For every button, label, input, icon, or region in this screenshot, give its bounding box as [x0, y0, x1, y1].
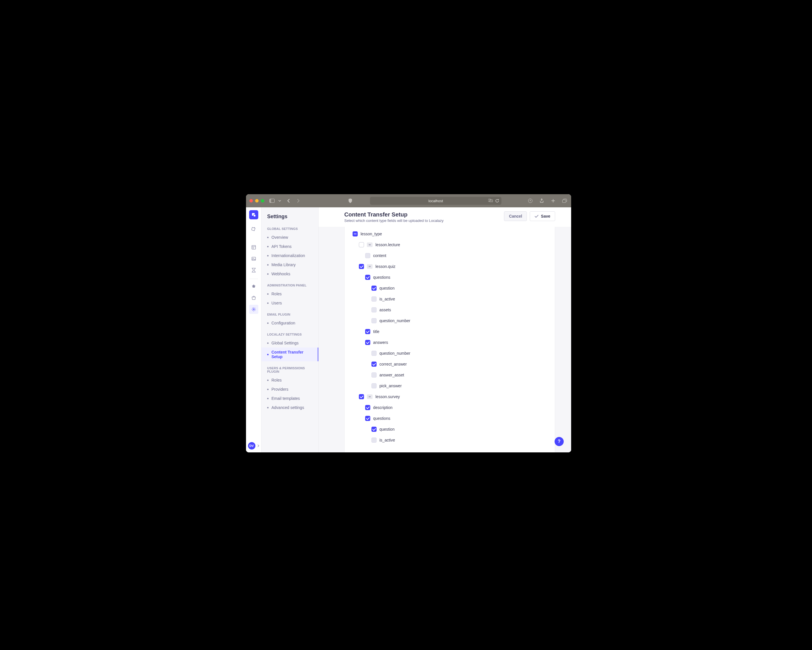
- checkbox[interactable]: [359, 264, 364, 269]
- sidebar-item[interactable]: Configuration: [261, 318, 318, 327]
- sidebar-item[interactable]: Overview: [261, 233, 318, 242]
- content-scroll[interactable]: lesson_type∞lesson.lecturecontent∞lesson…: [319, 227, 571, 452]
- media-library-icon[interactable]: [249, 254, 258, 263]
- sidebar-item[interactable]: Email templates: [261, 394, 318, 403]
- reload-icon[interactable]: [495, 199, 499, 203]
- sidebar-item[interactable]: Advanced settings: [261, 403, 318, 412]
- localazy-icon[interactable]: [249, 266, 258, 275]
- tree-row-label: content: [373, 253, 386, 258]
- sidebar-item[interactable]: Roles: [261, 289, 318, 298]
- marketplace-icon[interactable]: [249, 293, 258, 303]
- sidebar-item-label: Roles: [272, 292, 282, 296]
- checkbox[interactable]: [371, 362, 377, 367]
- checkbox[interactable]: [359, 394, 364, 399]
- checkbox[interactable]: [365, 416, 370, 421]
- sidebar-toggle-icon[interactable]: [269, 198, 275, 204]
- component-link-icon: ∞: [367, 394, 372, 399]
- tree-row-label: assets: [379, 307, 391, 312]
- checkbox: [371, 297, 377, 301]
- sidebar-title: Settings: [261, 213, 318, 222]
- page-subtitle: Select which content type fields will be…: [344, 218, 444, 223]
- tree-row-label: title: [373, 329, 379, 334]
- share-icon[interactable]: [539, 198, 545, 204]
- cancel-button[interactable]: Cancel: [504, 212, 527, 221]
- checkbox[interactable]: [371, 286, 377, 291]
- checkbox: [371, 437, 377, 443]
- browser-window: localhost 文A: [246, 194, 571, 452]
- tabs-icon[interactable]: [562, 198, 568, 204]
- checkbox: [371, 372, 377, 378]
- tree-row: question_number: [353, 315, 547, 326]
- sidebar-item-label: API Tokens: [272, 244, 292, 249]
- tree-row: pick_answer: [353, 381, 547, 391]
- bullet-icon: [267, 255, 269, 256]
- translate-icon[interactable]: 文A: [488, 199, 493, 203]
- content-icon[interactable]: [249, 224, 258, 234]
- tree-row-label: answer_asset: [379, 373, 404, 377]
- tree-row: question: [353, 283, 547, 294]
- sidebar-item[interactable]: API Tokens: [261, 242, 318, 251]
- sidebar-item[interactable]: Providers: [261, 385, 318, 394]
- back-button[interactable]: [285, 198, 292, 204]
- main-content: Content Transfer Setup Select which cont…: [319, 207, 571, 452]
- sidebar-item[interactable]: Internationalization: [261, 251, 318, 260]
- save-button[interactable]: Save: [530, 212, 555, 221]
- url-text: localhost: [428, 199, 443, 203]
- sidebar-section-header: EMAIL PLUGIN: [261, 307, 318, 318]
- user-avatar[interactable]: DV: [248, 442, 255, 449]
- nav-rail: DV: [246, 207, 261, 452]
- chevron-down-icon[interactable]: [278, 198, 281, 204]
- maximize-window-button[interactable]: [261, 199, 264, 202]
- help-button[interactable]: ?: [554, 437, 564, 446]
- sidebar-item[interactable]: Content Transfer Setup: [261, 347, 318, 361]
- content-type-builder-icon[interactable]: [249, 243, 258, 252]
- bullet-icon: [267, 398, 269, 399]
- settings-icon[interactable]: [249, 305, 258, 314]
- checkbox[interactable]: [365, 275, 370, 280]
- plugins-icon[interactable]: [249, 282, 258, 291]
- check-icon: [534, 215, 539, 218]
- new-tab-icon[interactable]: [550, 198, 556, 204]
- checkbox[interactable]: [359, 242, 364, 247]
- checkbox[interactable]: [371, 427, 377, 432]
- downloads-icon[interactable]: [527, 198, 533, 204]
- svg-rect-1: [270, 199, 271, 202]
- tree-row: is_active: [353, 294, 547, 304]
- tree-row: lesson_type: [353, 228, 547, 239]
- checkbox: [371, 351, 377, 356]
- sidebar-item[interactable]: Global Settings: [261, 338, 318, 347]
- sidebar-item-label: Overview: [272, 235, 288, 240]
- bullet-icon: [267, 323, 269, 324]
- tree-row: content: [353, 250, 547, 261]
- tree-row-label: answers: [373, 340, 388, 345]
- tree-row: title: [353, 326, 547, 337]
- checkbox[interactable]: [353, 231, 358, 236]
- sidebar-section-header: LOCALAZY SETTINGS: [261, 327, 318, 338]
- tree-row-label: questions: [373, 275, 390, 280]
- strapi-logo[interactable]: [249, 210, 258, 219]
- checkbox[interactable]: [365, 329, 370, 334]
- tree-row-label: lesson.quiz: [375, 264, 395, 269]
- sidebar-section-header: ADMINISTRATION PANEL: [261, 279, 318, 289]
- minimize-window-button[interactable]: [255, 199, 259, 202]
- checkbox[interactable]: [365, 405, 370, 410]
- forward-button[interactable]: [295, 198, 301, 204]
- chevron-right-icon[interactable]: [257, 444, 259, 447]
- bullet-icon: [267, 264, 269, 266]
- close-window-button[interactable]: [249, 199, 253, 202]
- sidebar-item-label: Email templates: [272, 396, 300, 401]
- tree-row: is_active: [353, 435, 547, 446]
- shield-icon[interactable]: [347, 198, 353, 204]
- sidebar-item[interactable]: Users: [261, 298, 318, 307]
- component-link-icon: ∞: [367, 242, 372, 247]
- address-bar[interactable]: localhost 文A: [370, 197, 501, 205]
- sidebar-item-label: Media Library: [272, 262, 296, 267]
- page-header: Content Transfer Setup Select which cont…: [319, 207, 571, 227]
- sidebar-item[interactable]: Media Library: [261, 260, 318, 269]
- sidebar-item[interactable]: Webhooks: [261, 269, 318, 279]
- checkbox[interactable]: [365, 340, 370, 345]
- sidebar-section-header: USERS & PERMISSIONS PLUGIN: [261, 361, 318, 376]
- sidebar-item[interactable]: Roles: [261, 376, 318, 385]
- sidebar-item-label: Content Transfer Setup: [272, 350, 312, 359]
- svg-rect-8: [563, 200, 566, 203]
